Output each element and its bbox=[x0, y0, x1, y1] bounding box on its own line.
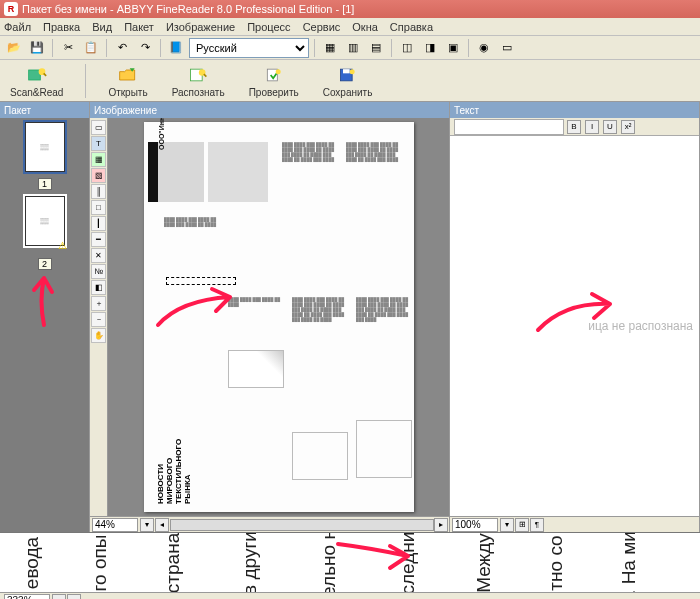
check-button[interactable]: Проверить bbox=[245, 62, 303, 100]
tool-zoomin-icon[interactable]: ＋ bbox=[91, 296, 106, 311]
language-select[interactable]: Русский bbox=[189, 38, 309, 58]
char-icon[interactable]: ⊞ bbox=[515, 518, 529, 532]
svg-rect-0 bbox=[28, 70, 40, 80]
menu-tools[interactable]: Сервис bbox=[303, 21, 341, 33]
frag-zoom-dropdown-icon[interactable]: ▾ bbox=[52, 594, 66, 600]
menu-help[interactable]: Справка bbox=[390, 21, 433, 33]
image-header: Изображение bbox=[90, 102, 449, 118]
svg-point-5 bbox=[275, 69, 280, 74]
zoom-fragment-row[interactable]: евода го опы страна в други ельно н след… bbox=[0, 532, 700, 592]
open-button[interactable]: Открыть bbox=[104, 62, 151, 100]
svg-point-8 bbox=[349, 69, 354, 74]
tool-table-icon[interactable]: ▦ bbox=[91, 152, 106, 167]
menu-view[interactable]: Вид bbox=[92, 21, 112, 33]
tool-zoomout-icon[interactable]: － bbox=[91, 312, 106, 327]
company-name: ООО"Инновация" bbox=[158, 118, 165, 150]
batch-panel: Пакет ▒▒ 1 ▒▒ ⚠ 2 bbox=[0, 102, 90, 532]
image-zoom[interactable] bbox=[92, 518, 138, 532]
page-headline: НОВОСТИ МИРОВОГО ТЕКСТИЛЬНОГО РЫНКА bbox=[156, 439, 192, 504]
text-zoom[interactable] bbox=[452, 518, 498, 532]
text-toolbar: B I U x² bbox=[450, 118, 699, 136]
redo-icon[interactable]: ↷ bbox=[135, 38, 155, 58]
cut-icon[interactable]: ✂ bbox=[58, 38, 78, 58]
page-thumb-1[interactable]: ▒▒ bbox=[25, 122, 65, 172]
bold-icon[interactable]: B bbox=[567, 120, 581, 134]
batch-header: Пакет bbox=[0, 102, 89, 118]
page-num-2: 2 bbox=[38, 258, 52, 270]
menu-image[interactable]: Изображение bbox=[166, 21, 235, 33]
layout3-icon[interactable]: ▤ bbox=[366, 38, 386, 58]
text-panel: Текст B I U x² ица не распознана ▾ ⊞ ¶ bbox=[450, 102, 700, 532]
info-icon[interactable]: ◉ bbox=[474, 38, 494, 58]
tool-hand-icon[interactable]: ✋ bbox=[91, 328, 106, 343]
tool-addv-icon[interactable]: ┃ bbox=[91, 216, 106, 231]
dict-icon[interactable]: 📘 bbox=[166, 38, 186, 58]
zoom-dropdown-icon[interactable]: ▾ bbox=[140, 518, 154, 532]
view2-icon[interactable]: ◨ bbox=[420, 38, 440, 58]
page-thumb-2[interactable]: ▒▒ bbox=[25, 196, 65, 246]
window-title: Пакет без имени - ABBYY FineReader 8.0 P… bbox=[22, 3, 354, 15]
menu-batch[interactable]: Пакет bbox=[124, 21, 154, 33]
font-select[interactable] bbox=[454, 119, 564, 135]
undo-icon[interactable]: ↶ bbox=[112, 38, 132, 58]
text-zoom-dropdown-icon[interactable]: ▾ bbox=[500, 518, 514, 532]
not-recognized-label: ица не распознана bbox=[588, 319, 693, 333]
app-icon: R bbox=[4, 2, 18, 16]
scroll-right-icon[interactable]: ▸ bbox=[434, 518, 448, 532]
image-status: ▾ ◂ ▸ bbox=[90, 516, 449, 532]
tool-eraser-icon[interactable]: ◧ bbox=[91, 280, 106, 295]
menu-file[interactable]: Файл bbox=[4, 21, 31, 33]
copy-icon[interactable]: 📋 bbox=[81, 38, 101, 58]
page-num-1: 1 bbox=[38, 178, 52, 190]
scanread-button[interactable]: Scan&Read bbox=[6, 62, 67, 100]
main-area: Пакет ▒▒ 1 ▒▒ ⚠ 2 Изображение ▭ T ▦ ▧ ║ … bbox=[0, 102, 700, 532]
italic-icon[interactable]: I bbox=[585, 120, 599, 134]
tool-sel-icon[interactable]: □ bbox=[91, 200, 106, 215]
selection-box[interactable] bbox=[166, 277, 236, 285]
menu-bar: Файл Правка Вид Пакет Изображение Процес… bbox=[0, 18, 700, 36]
tool-text-icon[interactable]: T bbox=[91, 136, 106, 151]
save-icon[interactable]: 💾 bbox=[27, 38, 47, 58]
menu-edit[interactable]: Правка bbox=[43, 21, 80, 33]
super-icon[interactable]: x² bbox=[621, 120, 635, 134]
scroll-left-icon[interactable]: ◂ bbox=[155, 518, 169, 532]
text-status: ▾ ⊞ ¶ bbox=[450, 516, 699, 532]
title-bar: R Пакет без имени - ABBYY FineReader 8.0… bbox=[0, 0, 700, 18]
main-toolbar: Scan&Read Открыть Распознать Проверить С… bbox=[0, 60, 700, 102]
layout2-icon[interactable]: ▥ bbox=[343, 38, 363, 58]
save-button[interactable]: Сохранить bbox=[319, 62, 377, 100]
text-view[interactable]: ица не распознана bbox=[450, 136, 699, 516]
view3-icon[interactable]: ▣ bbox=[443, 38, 463, 58]
recognize-button[interactable]: Распознать bbox=[168, 62, 229, 100]
tool-barcode-icon[interactable]: ║ bbox=[91, 184, 106, 199]
frag-left-icon[interactable]: ◂ bbox=[67, 594, 81, 600]
view1-icon[interactable]: ◫ bbox=[397, 38, 417, 58]
tool-pointer-icon[interactable]: ▭ bbox=[91, 120, 106, 135]
image-tools: ▭ T ▦ ▧ ║ □ ┃ ━ ✕ № ◧ ＋ － ✋ bbox=[90, 118, 108, 516]
tool-del-icon[interactable]: ✕ bbox=[91, 248, 106, 263]
menu-process[interactable]: Процесс bbox=[247, 21, 290, 33]
svg-rect-7 bbox=[343, 69, 350, 73]
fragment-zoom[interactable] bbox=[4, 594, 50, 600]
open-icon[interactable]: 📂 bbox=[4, 38, 24, 58]
tool-order-icon[interactable]: № bbox=[91, 264, 106, 279]
layout1-icon[interactable]: ▦ bbox=[320, 38, 340, 58]
bottom-status: ▾ ◂ bbox=[0, 592, 700, 599]
image-panel: Изображение ▭ T ▦ ▧ ║ □ ┃ ━ ✕ № ◧ ＋ － ✋ bbox=[90, 102, 450, 532]
para-icon[interactable]: ¶ bbox=[530, 518, 544, 532]
tool-addh-icon[interactable]: ━ bbox=[91, 232, 106, 247]
help-icon[interactable]: ▭ bbox=[497, 38, 517, 58]
page-view[interactable]: ООО"Инновация" ████ ████ ███ ████ ██ ███… bbox=[108, 118, 449, 516]
menu-window[interactable]: Окна bbox=[352, 21, 378, 33]
text-header: Текст bbox=[450, 102, 699, 118]
underline-icon[interactable]: U bbox=[603, 120, 617, 134]
standard-toolbar: 📂 💾 ✂ 📋 ↶ ↷ 📘 Русский ▦ ▥ ▤ ◫ ◨ ▣ ◉ ▭ bbox=[0, 36, 700, 60]
tool-picture-icon[interactable]: ▧ bbox=[91, 168, 106, 183]
